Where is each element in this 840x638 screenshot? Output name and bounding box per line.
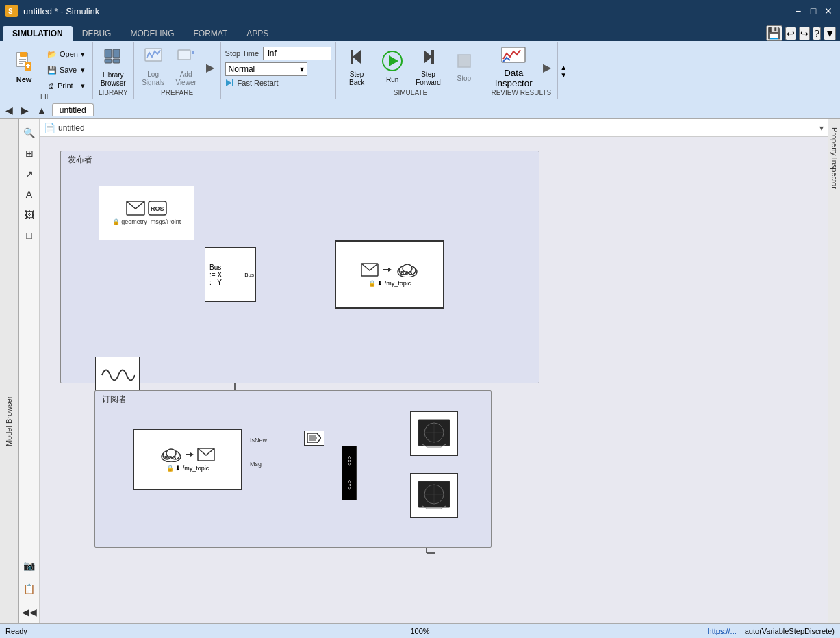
terminator-block[interactable] — [304, 431, 324, 446]
review-group: DataInspector ▶ REVIEW RESULTS — [485, 42, 557, 99]
subscriber-label: 订阅者 — [102, 394, 127, 405]
open-dropdown-icon[interactable]: ▾ — [81, 50, 85, 59]
svg-marker-20 — [353, 50, 361, 64]
nav-back-button[interactable]: ◀ — [3, 103, 16, 117]
nav-up-button[interactable]: ▲ — [34, 103, 49, 117]
publish-label: 🔒 ⬇ /my_topic — [368, 280, 411, 287]
subscribe-block[interactable]: ROS — [133, 429, 242, 490]
image-tool-button[interactable]: 🖼 — [22, 207, 37, 223]
close-button[interactable]: ✕ — [822, 5, 835, 17]
zoom-fit-button[interactable]: ⊞ — [23, 145, 36, 162]
add-viewer-button[interactable]: AddViewer — [171, 47, 201, 88]
diagram-canvas[interactable]: 发布者 ROS — [40, 137, 828, 623]
stop-label: Stop — [457, 75, 472, 83]
title-left: S untitled * - Simulink — [5, 5, 99, 17]
print-dropdown-icon[interactable]: ▾ — [81, 81, 85, 90]
canvas-toolbar: 🔍 ⊞ ↗ A 🖼 □ 📷 📋 ◀◀ — [19, 119, 40, 623]
publish-block[interactable]: ROS 🔒 ⬇ /my_topic — [335, 240, 444, 309]
ribbon-tabs: SIMULATION DEBUG MODELING FORMAT APPS 💾 … — [0, 22, 840, 41]
subscribe-icons: ROS — [160, 447, 215, 462]
step-forward-label: StepForward — [416, 71, 441, 87]
save-button[interactable]: 💾 Save ▾ — [44, 62, 88, 77]
stoptime-input[interactable] — [263, 47, 331, 60]
simulate-group-content: StepBack Run — [340, 44, 481, 89]
file-group: New 📂 Open ▾ 💾 Save ▾ 🖨 Print ▾ — [3, 42, 93, 99]
main-area: Model Browser 🔍 ⊞ ↗ A 🖼 □ 📷 📋 ◀◀ 📄 untit… — [0, 119, 840, 623]
scope1-block[interactable] — [410, 411, 458, 456]
ribbon-expand-button[interactable]: ▼ — [824, 27, 836, 40]
stop-button[interactable]: Stop — [448, 47, 481, 88]
ribbon-scroll-up[interactable]: ▲ — [560, 64, 567, 71]
text-tool-button[interactable]: A — [23, 186, 35, 203]
stoptime-content: Stop Time Normal ▾ Fast Restart — [225, 44, 332, 98]
file-small-buttons: 📂 Open ▾ 💾 Save ▾ 🖨 Print ▾ — [44, 47, 88, 93]
publisher-subsystem[interactable]: 发布者 ROS — [60, 151, 539, 383]
file-group-content: New 📂 Open ▾ 💾 Save ▾ 🖨 Print ▾ — [7, 44, 88, 93]
ribbon-scroll-down[interactable]: ▼ — [560, 71, 567, 79]
svg-text:S: S — [8, 8, 13, 15]
tab-modeling[interactable]: MODELING — [120, 26, 183, 41]
bus-creator-y: := Y — [209, 279, 222, 286]
screenshot-button[interactable]: 📷 — [21, 557, 38, 574]
print-button[interactable]: 🖨 Print ▾ — [44, 78, 88, 93]
layers-button[interactable]: 📋 — [21, 580, 38, 597]
path-icon: 📄 — [44, 123, 55, 133]
save-dropdown-icon[interactable]: ▾ — [81, 66, 85, 75]
svg-marker-66 — [190, 452, 194, 457]
log-signals-button[interactable]: LogSignals — [138, 47, 168, 88]
run-button[interactable]: Run — [376, 47, 409, 88]
tab-debug[interactable]: DEBUG — [73, 26, 121, 41]
add-viewer-label: AddViewer — [175, 71, 196, 87]
zoom-in-button[interactable]: 🔍 — [21, 125, 38, 141]
ros-point-label: 🔒 geometry_msgs/Point — [112, 218, 181, 225]
prepare-group: LogSignals AddViewer ▶ PREPARE — [134, 42, 221, 99]
tab-simulation[interactable]: SIMULATION — [3, 26, 73, 41]
ribbon: New 📂 Open ▾ 💾 Save ▾ 🖨 Print ▾ — [0, 41, 840, 101]
ros-point-block[interactable]: ROS 🔒 geometry_msgs/Point — [99, 186, 194, 240]
open-button[interactable]: 📂 Open ▾ — [44, 47, 88, 62]
collapse-left-button[interactable]: ◀◀ — [19, 604, 40, 620]
maximize-button[interactable]: □ — [807, 5, 819, 17]
data-inspector-button[interactable]: DataInspector — [489, 47, 538, 88]
step-forward-button[interactable]: StepForward — [411, 47, 445, 88]
bus-creator-block[interactable]: Bus := X := Y Bus — [205, 247, 256, 302]
ros-point-icons: ROS — [126, 201, 167, 216]
review-expand-button[interactable]: ▶ — [541, 47, 553, 88]
sine1-block[interactable] — [95, 357, 140, 394]
fast-restart-label: Fast Restart — [238, 79, 279, 87]
new-button[interactable]: New — [7, 47, 41, 88]
tab-format[interactable]: FORMAT — [183, 26, 237, 41]
step-back-button[interactable]: StepBack — [340, 47, 373, 88]
minimize-button[interactable]: − — [792, 5, 804, 17]
review-group-label: REVIEW RESULTS — [491, 89, 551, 98]
arrow-tool-button[interactable]: ↗ — [23, 166, 36, 182]
tab-apps[interactable]: APPS — [237, 26, 278, 41]
step-back-label: StepBack — [349, 71, 364, 87]
log-signals-label: LogSignals — [142, 71, 164, 87]
help-button[interactable]: ? — [813, 27, 821, 40]
library-group: LibraryBrowser LIBRARY — [93, 42, 134, 99]
library-browser-button[interactable]: LibraryBrowser — [97, 47, 129, 88]
fast-restart-toggle[interactable]: Fast Restart — [225, 78, 279, 88]
status-solver: auto(VariableStepDiscrete) — [745, 627, 835, 635]
normal-dropdown[interactable]: Normal ▾ — [225, 62, 307, 76]
bus-creator-x: := X — [209, 271, 222, 279]
svg-text:ROS: ROS — [400, 270, 413, 276]
svg-rect-25 — [431, 50, 434, 64]
redo-button[interactable]: ↪ — [799, 27, 810, 40]
undo-button[interactable]: ↩ — [785, 27, 796, 40]
save-toolbar-button[interactable]: 💾 — [766, 25, 782, 41]
scope2-block[interactable] — [410, 473, 458, 518]
svg-marker-24 — [424, 50, 432, 64]
svg-rect-10 — [105, 49, 112, 58]
new-icon — [14, 51, 34, 75]
breadcrumb-tab[interactable]: untitled — [52, 103, 94, 116]
path-dropdown[interactable]: ▾ — [819, 123, 824, 133]
open-icon: 📂 — [47, 50, 57, 59]
library-group-content: LibraryBrowser — [97, 44, 129, 89]
subscriber-subsystem[interactable]: 订阅者 ROS — [94, 390, 492, 548]
prepare-expand-button[interactable]: ▶ — [204, 47, 216, 88]
demux-block[interactable]: <X> <Y> — [342, 446, 357, 500]
rect-tool-button[interactable]: □ — [23, 227, 34, 244]
nav-forward-button[interactable]: ▶ — [18, 103, 31, 117]
